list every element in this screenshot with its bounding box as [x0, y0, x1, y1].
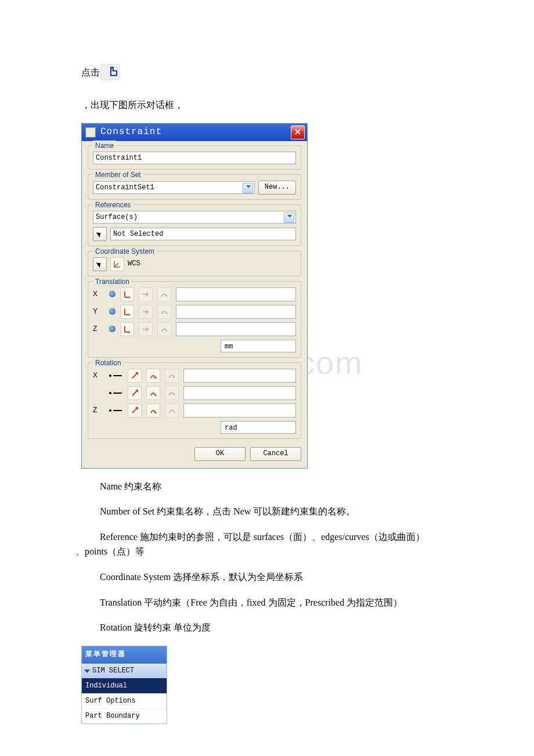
translation-y-field[interactable] [176, 305, 296, 319]
axis-label-rz: Z [93, 405, 104, 416]
fixed-anchor-icon[interactable] [120, 305, 134, 319]
rot-prescribed-arrow-icon[interactable] [146, 386, 160, 400]
prescribed-curve-icon[interactable] [157, 305, 171, 319]
group-coordsys-title: Coordinate System [93, 246, 157, 257]
group-name: Name [88, 145, 301, 170]
menu-manager: 菜单管理器 SIM SELECT Individual Surf Options… [81, 646, 167, 725]
menu-header-label: SIM SELECT [92, 665, 134, 676]
close-icon[interactable]: ✕ [291, 125, 305, 139]
translation-row-z: Z [93, 322, 296, 336]
explain-rotation: Rotation 旋转约束 单位为度 [81, 620, 459, 635]
svg-point-6 [129, 314, 131, 315]
free-dot-icon[interactable] [109, 308, 116, 315]
svg-line-4 [114, 263, 118, 267]
rotation-row-x: X [93, 369, 296, 383]
prescribed-arrow-icon[interactable] [139, 305, 153, 319]
explain-ref-b: 、points（点）等 [75, 544, 459, 559]
group-member-of-set: Member of Set New... [88, 174, 301, 200]
rot-free-icon[interactable] [109, 408, 123, 413]
prescribed-curve-icon[interactable] [157, 287, 171, 301]
axis-label-y: Y [93, 306, 104, 317]
cursor-icon [96, 231, 103, 237]
prescribed-arrow-icon[interactable] [139, 322, 153, 336]
chevron-down-icon [287, 215, 292, 218]
rot-fixed-anchor-icon[interactable] [128, 386, 142, 400]
ok-button[interactable]: OK [194, 447, 246, 461]
click-prefix: 点击 [81, 65, 100, 80]
fixed-anchor-icon[interactable] [120, 322, 134, 336]
group-references-title: References [93, 200, 133, 211]
rotation-x-field[interactable] [183, 369, 296, 383]
translation-x-field[interactable] [176, 287, 296, 301]
menu-title: 菜单管理器 [82, 646, 167, 664]
rot-prescribed-curve-icon[interactable] [165, 404, 179, 417]
intro-desc: ，出现下图所示对话框， [81, 98, 459, 113]
system-icon [85, 127, 96, 138]
group-translation-title: Translation [93, 276, 132, 287]
explain-translation: Translation 平动约束（Free 为自由，fixed 为固定，Pres… [81, 595, 459, 610]
rot-prescribed-arrow-icon[interactable] [146, 404, 160, 417]
group-coord-sys: Coordinate System WCS [88, 251, 301, 276]
prescribed-curve-icon[interactable] [157, 322, 171, 336]
references-status[interactable] [110, 228, 296, 240]
rot-fixed-anchor-icon[interactable] [128, 369, 142, 383]
group-member-title: Member of Set [93, 170, 143, 181]
group-translation: Translation X Y [88, 281, 301, 358]
explain-name: Name 约束名称 [81, 479, 459, 494]
rot-free-icon[interactable] [109, 390, 123, 396]
wcs-axes-icon [110, 257, 124, 271]
axis-label-rx: X [93, 370, 104, 381]
menu-header[interactable]: SIM SELECT [82, 664, 167, 678]
explain-coordsys: Coordinate System 选择坐标系，默认为全局坐标系 [81, 570, 459, 585]
rot-free-icon[interactable] [109, 373, 123, 379]
dialog-title: Constraint [100, 125, 291, 140]
fixed-anchor-icon[interactable] [120, 287, 134, 301]
rotation-row-y [93, 386, 296, 400]
menu-item-individual[interactable]: Individual [82, 678, 167, 693]
explain-set: Number of Set 约束集名称，点击 New 可以新建约束集的名称。 [81, 504, 459, 519]
rotation-row-z: Z [93, 404, 296, 417]
click-icon-sentence: 点击 [81, 64, 459, 80]
name-input[interactable] [93, 152, 296, 164]
group-references: References [88, 204, 301, 246]
coordsys-picker-button[interactable] [93, 257, 107, 271]
select-picker-button[interactable] [93, 227, 107, 241]
group-rotation: Rotation X Z [88, 362, 301, 439]
new-set-button[interactable]: New... [258, 181, 296, 195]
cancel-button[interactable]: Cancel [250, 447, 301, 461]
rotation-unit[interactable]: rad [221, 421, 296, 434]
rot-prescribed-curve-icon[interactable] [165, 386, 179, 400]
translation-row-y: Y [93, 305, 296, 319]
rot-fixed-anchor-icon[interactable] [128, 404, 142, 417]
dialog-titlebar: Constraint ✕ [82, 124, 307, 142]
free-dot-icon[interactable] [109, 326, 116, 332]
references-type-value[interactable] [93, 211, 296, 224]
rotation-y-field[interactable] [183, 386, 296, 400]
prescribed-arrow-icon[interactable] [139, 287, 153, 301]
free-dot-icon[interactable] [109, 291, 116, 297]
rot-prescribed-arrow-icon[interactable] [146, 369, 160, 383]
member-set-value[interactable] [93, 181, 255, 194]
svg-point-7 [129, 331, 131, 333]
coordsys-value: WCS [128, 258, 140, 269]
chevron-down-icon [84, 669, 90, 673]
chevron-down-icon [246, 185, 251, 188]
explain-ref-a: Reference 施加约束时的参照，可以是 surfaces（面）、edges… [81, 530, 459, 545]
axis-label-z: Z [93, 323, 104, 334]
translation-unit[interactable]: mm [221, 340, 296, 352]
rotation-z-field[interactable] [183, 404, 296, 417]
menu-item-part-boundary[interactable]: Part Boundary [82, 708, 167, 723]
menu-item-surf-options[interactable]: Surf Options [82, 693, 167, 708]
translation-row-x: X [93, 287, 296, 301]
group-rotation-title: Rotation [93, 358, 124, 369]
group-name-title: Name [93, 141, 116, 152]
constraint-tool-icon [101, 64, 120, 80]
member-set-dropdown[interactable] [93, 181, 255, 194]
rot-prescribed-curve-icon[interactable] [165, 369, 179, 383]
cursor-icon [96, 261, 103, 268]
axis-label-x: X [93, 289, 104, 300]
references-type-dropdown[interactable] [93, 211, 296, 224]
translation-z-field[interactable] [176, 322, 296, 336]
svg-point-5 [129, 296, 131, 298]
constraint-dialog: Constraint ✕ Name Member of Set New... [81, 123, 308, 469]
